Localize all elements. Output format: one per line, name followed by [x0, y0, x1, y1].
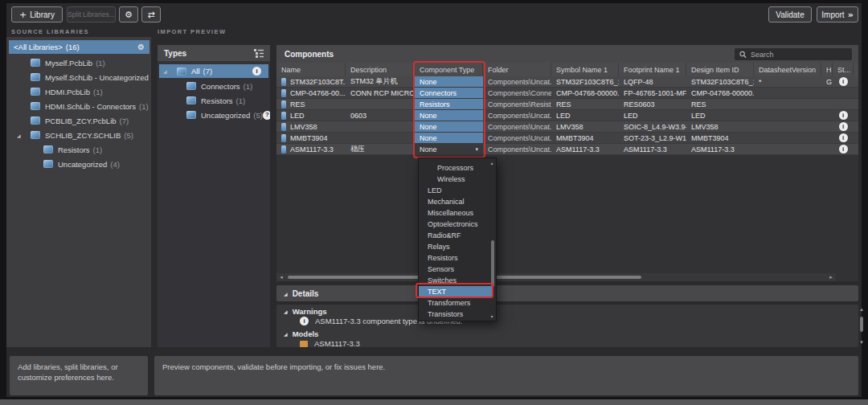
- cell-component-type[interactable]: None: [415, 133, 483, 143]
- scroll-right-icon[interactable]: ▸: [826, 274, 836, 280]
- cell-folder: Components\Conne...: [483, 88, 551, 98]
- dropdown-option-wireless[interactable]: Wireless: [419, 174, 492, 185]
- cell-component-type[interactable]: None: [415, 76, 483, 87]
- scroll-down-icon[interactable]: ▾: [489, 313, 495, 319]
- expand-arrow-icon[interactable]: ◢: [17, 133, 31, 138]
- details-section-header[interactable]: ◢ Details: [276, 285, 858, 301]
- col-header-h[interactable]: H: [821, 63, 833, 76]
- library-count: (1): [93, 145, 103, 154]
- components-table: STM32F103C8T...STM32 单片机NoneComponents\U…: [276, 76, 858, 155]
- help-icon[interactable]: ?: [263, 111, 270, 120]
- col-header-datasheetversion[interactable]: DatasheetVersion: [754, 63, 821, 76]
- expand-arrow-icon[interactable]: ◢: [163, 68, 177, 74]
- sidebar-item-myself-schlib-uncategorized[interactable]: Myself.SchLib - Uncategorized(1): [6, 70, 151, 84]
- tree-view-icon[interactable]: [254, 49, 264, 58]
- cell-component-type[interactable]: Connectors: [415, 88, 483, 98]
- component-row-led[interactable]: LED0603NoneComponents\Uncat...LEDLEDLEDi: [276, 110, 858, 121]
- validate-button[interactable]: Validate: [768, 6, 812, 22]
- sidebar-item-hdmi-schlib-connectors[interactable]: HDMI.SchLib - Connectors(1): [6, 99, 151, 113]
- component-row-lmv358[interactable]: LMV358NoneComponents\Uncat...LMV358SOIC-…: [276, 121, 858, 133]
- warning-item[interactable]: i ASM1117-3.3 component type is undefine…: [276, 315, 858, 327]
- sidebar-item-uncategorized[interactable]: Uncategorized(4): [6, 157, 151, 171]
- scroll-up-icon[interactable]: ▴: [858, 306, 866, 313]
- dropdown-option-miscellaneous[interactable]: Miscellaneous: [419, 207, 492, 219]
- component-icon: [281, 112, 286, 120]
- dropdown-option-transistors[interactable]: Transistors: [419, 309, 492, 320]
- dropdown-arrow-icon[interactable]: ▾: [475, 146, 478, 153]
- dropdown-option-switches[interactable]: Switches: [419, 275, 492, 286]
- component-row-stm32f103c8t[interactable]: STM32F103C8T...STM32 单片机NoneComponents\U…: [276, 76, 858, 88]
- search-box[interactable]: [735, 48, 852, 60]
- search-icon: [739, 51, 747, 59]
- cell-name: MMBT3904: [276, 133, 346, 143]
- component-name: LED: [290, 112, 305, 120]
- type-item-uncategorized[interactable]: Uncategorized(5)?i: [158, 108, 270, 122]
- type-item-all[interactable]: ◢All(7)i: [159, 64, 268, 78]
- info-icon[interactable]: i: [839, 145, 848, 153]
- col-header-footprint-name-1[interactable]: Footprint Name 1: [619, 63, 686, 76]
- sidebar-item-hdmi-pcblib[interactable]: HDMI.PcbLib(1): [6, 84, 151, 99]
- sidebar-item-myself-pcblib[interactable]: Myself.PcbLib(1): [6, 55, 151, 70]
- dropdown-option-transformers[interactable]: Transformers: [419, 297, 492, 309]
- cell-footprint-name-1: RES0603: [619, 99, 686, 109]
- dropdown-option-mechanical[interactable]: Mechanical: [419, 196, 492, 207]
- import-button[interactable]: Import »: [817, 6, 858, 22]
- split-libraries-button[interactable]: Split Libraries...: [67, 6, 116, 22]
- dropdown-option-resistors[interactable]: Resistors: [419, 252, 492, 264]
- warnings-section-header[interactable]: ◢ Warnings: [276, 305, 858, 315]
- component-row-res[interactable]: RESResistorsComponents\Resist...RESRES06…: [276, 99, 858, 110]
- refresh-button[interactable]: ⇄: [141, 6, 161, 22]
- dropdown-option-sensors[interactable]: Sensors: [419, 264, 492, 275]
- search-input[interactable]: [751, 51, 847, 59]
- dropdown-option-optoelectronics[interactable]: Optoelectronics: [419, 219, 492, 230]
- col-header-design-item-id[interactable]: Design Item ID: [686, 63, 754, 76]
- type-item-resistors[interactable]: Resistors(1): [158, 93, 270, 108]
- preferences-button[interactable]: ⚙: [119, 6, 138, 22]
- dropdown-option-led[interactable]: LED: [419, 185, 492, 196]
- col-header-symbol-name-1[interactable]: Symbol Name 1: [551, 63, 619, 76]
- dropdown-option-processors[interactable]: Processors: [419, 162, 492, 174]
- cell-component-type[interactable]: None▾: [415, 144, 483, 154]
- sidebar-item-schlib-zcy-schlib[interactable]: ◢SCHLIB_ZCY.SCHLIB(5): [6, 128, 151, 142]
- dropdown-option-relays[interactable]: Relays: [419, 241, 492, 252]
- cell-symbol-name-1: MMBT3904: [551, 133, 619, 143]
- info-icon[interactable]: i: [839, 77, 848, 86]
- sidebar-item-resistors[interactable]: Resistors(1): [6, 142, 151, 157]
- scroll-left-icon[interactable]: ◂: [276, 274, 286, 280]
- model-item[interactable]: ASM1117-3.3: [276, 338, 858, 347]
- info-icon[interactable]: i: [252, 67, 261, 76]
- scrollbar-thumb[interactable]: [491, 240, 494, 287]
- component-row-mmbt3904[interactable]: MMBT3904NoneComponents\Uncat...MMBT3904S…: [276, 133, 858, 144]
- scroll-down-icon[interactable]: ▾: [858, 339, 866, 346]
- all-libraries-item[interactable]: <All Libraries> (16) ⚙: [9, 40, 149, 54]
- dropdown-option-text[interactable]: TEXT: [419, 286, 492, 297]
- cell-design-item-id: STM32F103C8T6_1: [686, 76, 754, 87]
- cell-component-type[interactable]: None: [415, 110, 483, 121]
- cell-component-type[interactable]: None: [415, 121, 483, 132]
- col-header-folder[interactable]: Folder: [483, 63, 551, 76]
- scrollbar-thumb[interactable]: [860, 317, 863, 332]
- info-icon[interactable]: i: [839, 122, 848, 131]
- col-header-component-type[interactable]: Component Type: [415, 63, 483, 76]
- library-count: (5): [124, 131, 133, 140]
- dropdown-option-radio-rf[interactable]: Radio&RF: [419, 230, 492, 241]
- cell-name: LMV358: [276, 121, 346, 132]
- component-row-cmp-04768-00[interactable]: CMP-04768-00...CONN RCP MICRO...Connecto…: [276, 88, 858, 99]
- cell-component-type[interactable]: Resistors: [415, 99, 483, 109]
- info-icon[interactable]: i: [839, 133, 848, 142]
- horizontal-scrollbar[interactable]: ◂ ▸: [276, 273, 836, 281]
- vertical-scrollbar[interactable]: ▴ ▾: [858, 306, 866, 346]
- scroll-up-icon[interactable]: ▴: [489, 160, 495, 166]
- models-section-header[interactable]: ◢ Models: [276, 327, 858, 338]
- col-header-name[interactable]: Name: [276, 63, 346, 76]
- library-count: (1): [139, 102, 149, 111]
- add-library-button[interactable]: + Library: [11, 6, 63, 22]
- col-header-st[interactable]: St...: [833, 63, 854, 76]
- type-item-connectors[interactable]: Connectors(1): [158, 79, 270, 93]
- component-type-dropdown: ProcessorsWirelessLEDMechanicalMiscellan…: [418, 158, 497, 321]
- col-header-description[interactable]: Description: [346, 63, 415, 76]
- info-icon[interactable]: i: [839, 111, 848, 120]
- gear-icon[interactable]: ⚙: [137, 43, 145, 51]
- component-row-asm1117-3-3[interactable]: ASM1117-3.3稳压None▾Components\Uncat...ASM…: [276, 144, 858, 155]
- sidebar-item-pcblib-zcy-pcblib[interactable]: PCBLIB_ZCY.PcbLib(7): [6, 113, 151, 128]
